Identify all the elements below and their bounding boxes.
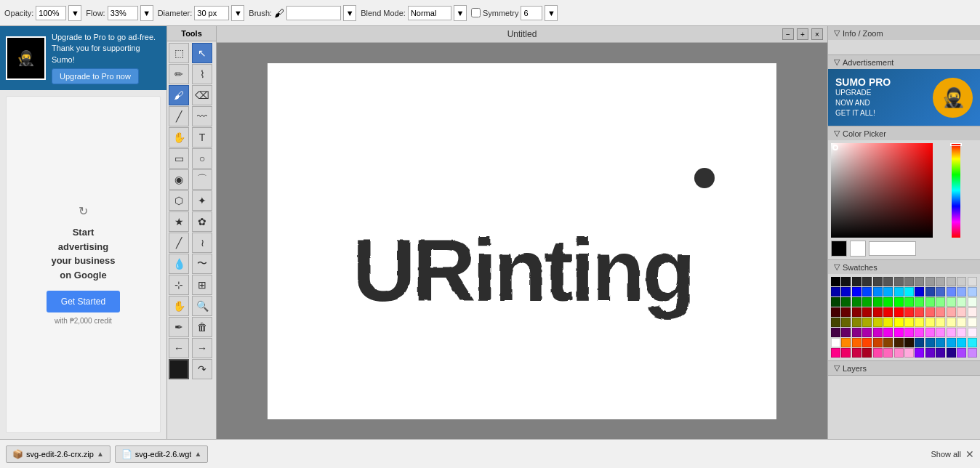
background-color-swatch[interactable]: [850, 241, 866, 257]
swatch-cell[interactable]: [862, 297, 872, 307]
swatch-cell[interactable]: [915, 307, 924, 317]
close-taskbar-button[interactable]: ✕: [965, 448, 974, 460]
swatch-cell[interactable]: [936, 338, 945, 347]
swatch-cell[interactable]: [841, 277, 851, 286]
swatch-cell[interactable]: [883, 287, 893, 296]
swatch-cell[interactable]: [957, 328, 966, 337]
swatch-cell[interactable]: [957, 318, 966, 327]
swatch-cell[interactable]: [852, 277, 861, 286]
tool-eyedropper2[interactable]: ✒: [169, 317, 189, 337]
swatch-cell[interactable]: [894, 277, 904, 286]
swatch-cell[interactable]: [968, 287, 977, 296]
tool-circle[interactable]: ◉: [169, 169, 189, 190]
swatch-cell[interactable]: [862, 328, 872, 337]
swatch-cell[interactable]: [831, 277, 840, 286]
swatch-cell[interactable]: [831, 287, 840, 296]
swatch-cell[interactable]: [831, 318, 840, 327]
swatch-cell[interactable]: [925, 277, 935, 286]
swatch-cell[interactable]: [852, 287, 861, 296]
tool-delete[interactable]: 🗑: [192, 317, 212, 337]
swatch-cell[interactable]: [936, 307, 945, 317]
swatch-cell[interactable]: [831, 338, 840, 347]
swatch-cell[interactable]: [852, 338, 861, 347]
swatch-cell[interactable]: [915, 318, 924, 327]
swatch-cell[interactable]: [852, 348, 861, 358]
tool-star2[interactable]: ★: [169, 211, 189, 232]
swatch-cell[interactable]: [904, 287, 914, 296]
brush-dropdown[interactable]: ▼: [343, 5, 356, 21]
tool-redo2[interactable]: ↷: [192, 359, 212, 379]
swatch-cell[interactable]: [947, 307, 956, 317]
symmetry-dropdown[interactable]: ▼: [545, 5, 558, 21]
tool-zoom[interactable]: 🔍: [192, 296, 212, 316]
swatch-cell[interactable]: [852, 307, 861, 317]
swatch-cell[interactable]: [873, 338, 883, 347]
swatch-cell[interactable]: [968, 318, 977, 327]
flow-input[interactable]: [108, 6, 138, 20]
tool-stamp[interactable]: ✋: [169, 127, 189, 148]
swatch-cell[interactable]: [894, 318, 904, 327]
tool-polygon[interactable]: ⬡: [169, 190, 189, 211]
swatch-cell[interactable]: [957, 307, 966, 317]
swatch-cell[interactable]: [957, 297, 966, 307]
swatch-cell[interactable]: [947, 297, 956, 307]
tool-crop[interactable]: ⊹: [169, 275, 189, 295]
opacity-input[interactable]: [36, 6, 66, 20]
tool-eraser[interactable]: ⌫: [192, 85, 212, 105]
brush-input[interactable]: Dry Brush: [286, 6, 341, 20]
upgrade-pro-button[interactable]: Upgrade to Pro now: [52, 68, 139, 84]
swatch-cell[interactable]: [894, 328, 904, 337]
swatch-cell[interactable]: [957, 287, 966, 296]
swatch-cell[interactable]: [894, 348, 904, 358]
swatch-cell[interactable]: [873, 307, 883, 317]
swatch-cell[interactable]: [862, 307, 872, 317]
tool-transform[interactable]: ⊞: [192, 275, 212, 295]
tool-pencil[interactable]: ✏: [169, 64, 189, 84]
sumo-pro-ad[interactable]: SUMO PRO UPGRADE NOW AND GET IT ALL! 🥷: [828, 69, 980, 126]
swatches-header[interactable]: ▽ Swatches: [828, 260, 980, 274]
swatch-cell[interactable]: [883, 318, 893, 327]
color-hue-strip[interactable]: [952, 143, 960, 238]
swatch-cell[interactable]: [841, 348, 851, 358]
swatch-cell[interactable]: [947, 287, 956, 296]
swatch-cell[interactable]: [936, 277, 945, 286]
swatch-cell[interactable]: [831, 307, 840, 317]
swatch-cell[interactable]: [862, 348, 872, 358]
tool-arc[interactable]: ⌒: [192, 169, 212, 190]
swatch-cell[interactable]: [915, 348, 924, 358]
tool-fill[interactable]: 〜: [192, 254, 212, 274]
tool-text[interactable]: T: [192, 127, 212, 148]
tool-line[interactable]: ╱: [169, 106, 189, 126]
swatch-cell[interactable]: [968, 348, 977, 358]
swatch-cell[interactable]: [841, 307, 851, 317]
swatch-cell[interactable]: [862, 287, 872, 296]
swatch-cell[interactable]: [915, 297, 924, 307]
swatch-cell[interactable]: [925, 297, 935, 307]
tool-foreground-color[interactable]: [169, 359, 189, 379]
swatch-cell[interactable]: [957, 338, 966, 347]
swatch-cell[interactable]: [904, 318, 914, 327]
swatch-cell[interactable]: [925, 328, 935, 337]
color-hex-input[interactable]: ffffff: [869, 241, 916, 256]
tool-undo[interactable]: ←: [169, 338, 189, 358]
swatch-cell[interactable]: [841, 338, 851, 347]
swatch-cell[interactable]: [925, 287, 935, 296]
swatch-cell[interactable]: [904, 328, 914, 337]
swatch-cell[interactable]: [968, 277, 977, 286]
symmetry-checkbox[interactable]: [471, 8, 481, 17]
get-started-button[interactable]: Get Started: [47, 291, 120, 312]
swatch-cell[interactable]: [894, 287, 904, 296]
opacity-dropdown[interactable]: ▼: [68, 5, 81, 21]
swatch-cell[interactable]: [936, 328, 945, 337]
tool-lasso[interactable]: ⌇: [192, 64, 212, 84]
tool-ellipse-select[interactable]: ○: [192, 148, 212, 169]
swatch-cell[interactable]: [936, 297, 945, 307]
swatch-cell[interactable]: [915, 287, 924, 296]
swatch-cell[interactable]: [947, 277, 956, 286]
tool-rect-select[interactable]: ▭: [169, 148, 189, 169]
info-zoom-header[interactable]: ▽ Info / Zoom: [828, 26, 980, 40]
swatch-cell[interactable]: [831, 348, 840, 358]
swatch-cell[interactable]: [936, 287, 945, 296]
tool-brush[interactable]: 🖌: [169, 85, 189, 105]
tool-arrow[interactable]: ↖: [192, 43, 212, 63]
